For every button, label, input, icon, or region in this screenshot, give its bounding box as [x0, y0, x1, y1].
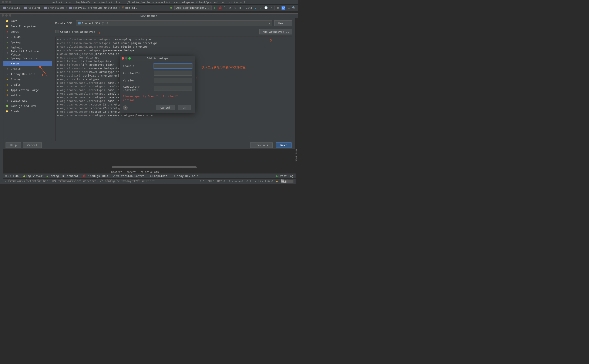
left-gutter: ★ 2: Favorites	[0, 18, 3, 184]
version-field[interactable]	[154, 78, 192, 83]
event-log-button[interactable]: ●Event Log	[276, 174, 293, 177]
run-config-select[interactable]: Add Configuration...	[174, 6, 212, 10]
horizontal-scrollbar[interactable]	[112, 166, 197, 168]
git-commit-icon[interactable]: ✓	[259, 6, 263, 10]
dialog-ok-button[interactable]: OK	[178, 105, 191, 110]
close-icon[interactable]	[122, 57, 124, 59]
tech-icon: ◉	[6, 78, 9, 81]
tool-window-alipay-devtools[interactable]: ✦Alipay DevTools	[171, 174, 199, 177]
groupid-field[interactable]	[154, 63, 192, 68]
tech-icon: ☁	[6, 35, 9, 39]
expand-icon: ▶	[57, 45, 59, 48]
breadcrumb-item[interactable]: tooling	[23, 6, 41, 9]
tech-item-android[interactable]: ▲Android	[3, 45, 52, 50]
profile-icon[interactable]: ◔	[229, 6, 232, 10]
modal-titlebar: New Module	[0, 13, 298, 18]
tool-window-findbugs-idea[interactable]: 🐞FindBugs-IDEA	[82, 174, 108, 177]
tech-item-application-forge[interactable]: ◉Application Forge	[3, 87, 52, 93]
archetype-item[interactable]: ▶com.atlassian.maven.archetypes:bamboo-p…	[56, 38, 292, 41]
help-icon[interactable]: ?	[123, 105, 128, 110]
tech-icon: ✿	[6, 41, 9, 44]
attach-icon[interactable]: ⎋	[234, 6, 237, 10]
create-from-archetype-checkbox[interactable]: ✓	[55, 30, 58, 33]
tech-item-grails[interactable]: ◉Grails	[3, 82, 52, 87]
run-icon[interactable]: ▶	[213, 6, 217, 10]
breadcrumb-item[interactable]: archetypes	[43, 6, 65, 9]
next-button[interactable]: Next	[276, 143, 291, 148]
archetype-item[interactable]: ▶com.atlassian.maven.archetypes:jira-plu…	[56, 45, 292, 48]
maven-file-icon: ⓜ	[122, 6, 124, 10]
new-sdk-button[interactable]: New...	[274, 20, 292, 26]
tool-window-icon: ◉	[150, 174, 152, 177]
archetype-item[interactable]: ▶com.atlassian.maven.archetypes:confluen…	[56, 41, 292, 45]
expand-icon: ▶	[57, 38, 59, 41]
revert-icon[interactable]: ↶	[269, 6, 273, 10]
tool-window-endpoints[interactable]: ◉Endpoints	[150, 174, 167, 177]
tool-window-terminal[interactable]: ▣Terminal	[63, 174, 78, 177]
hammer-icon[interactable]: ⚒	[169, 6, 173, 10]
tool-window--todo[interactable]: ≡6: TODO	[5, 174, 19, 177]
expand-icon: ▶	[57, 99, 59, 103]
minimize-icon[interactable]	[5, 14, 8, 17]
archetype-item[interactable]: ▶org.apache.maven.archetypes:maven-arche…	[56, 114, 292, 117]
git-update-icon[interactable]: ↙	[254, 6, 258, 10]
tech-item-static-web[interactable]: ◉Static Web	[3, 98, 52, 103]
tech-item-intellij-platform-plugin[interactable]: ◆IntelliJ Platform Plugin	[3, 50, 52, 56]
tech-item-spring-initializr[interactable]: ✿Spring Initializr	[3, 56, 52, 61]
archetype-item[interactable]: ▶de.akquinet.jbosscc:jbosscc-seam-ar	[56, 52, 292, 56]
coverage-icon[interactable]: ⛶	[223, 6, 227, 10]
dialog-titlebar: Add Archetype	[120, 56, 195, 61]
tech-item-kotlin[interactable]: KKotlin	[3, 93, 52, 98]
zoom-icon[interactable]	[9, 14, 11, 17]
zoom-icon[interactable]	[9, 1, 11, 3]
add-archetype-button[interactable]: Add Archetype...	[259, 29, 292, 34]
artifactid-field[interactable]	[154, 71, 192, 76]
tech-icon: m	[6, 62, 9, 65]
tool-window--version-control[interactable]: ⎇9: Version Control	[112, 174, 146, 177]
tech-item-java-enterprise[interactable]: 📁Java Enterprise	[3, 24, 52, 29]
stop-icon[interactable]: ■	[239, 6, 242, 10]
minimize-icon[interactable]	[125, 57, 127, 59]
chevron-down-icon: ▾	[269, 22, 270, 25]
archetype-item[interactable]: ▶com.rfc.maven.archetypes:jpa-maven-arch…	[56, 48, 292, 52]
cancel-button[interactable]: Cancel	[23, 143, 42, 148]
outer-window-titlebar: activiti-root [~/IdeaProjects/Activiti] …	[0, 0, 298, 5]
tech-item-clouds[interactable]: ☁Clouds	[3, 34, 52, 39]
translate-icon[interactable]: 文A	[282, 6, 285, 10]
tech-item-jboss[interactable]: ◉JBoss	[3, 29, 52, 34]
previous-button[interactable]: Previous	[250, 143, 273, 148]
tool-window-log-viewer[interactable]: ●Log Viewer	[23, 174, 43, 177]
breadcrumb-item[interactable]: activiti-archetype-unittest	[68, 6, 118, 9]
tech-item-spring[interactable]: ✿Spring	[3, 39, 52, 45]
tech-item-alipay-devtools[interactable]: ✦Alipay DevTools	[3, 72, 52, 77]
tech-icon: ◆	[6, 51, 9, 55]
editor-breadcrumb[interactable]: project › parent › relativePath	[111, 170, 159, 174]
artifactid-label: ArtifactId	[123, 72, 154, 75]
breadcrumb-item[interactable]: ⓜpom.xml	[121, 6, 138, 10]
expand-icon: ▶	[57, 110, 59, 113]
tech-item-maven[interactable]: mMaven	[3, 61, 52, 66]
tech-item-java[interactable]: 📁Java	[3, 18, 52, 24]
module-sdk-select[interactable]: Project SDK (1.8) ▾	[76, 20, 272, 26]
breadcrumb-item[interactable]: Activiti	[2, 6, 21, 9]
search-icon[interactable]: 🔍	[292, 6, 296, 10]
tech-icon: ◉	[6, 83, 9, 86]
zoom-icon[interactable]	[129, 57, 131, 59]
help-button[interactable]: Help	[6, 143, 21, 148]
structure-icon[interactable]: ▦	[276, 6, 280, 10]
expand-icon: ▶	[57, 96, 59, 99]
dialog-cancel-button[interactable]: Cancel	[156, 105, 175, 110]
tech-item-groovy[interactable]: ◉Groovy	[3, 77, 52, 82]
close-icon[interactable]	[2, 1, 4, 3]
repository-field[interactable]	[154, 86, 192, 91]
expand-icon: ▶	[57, 81, 59, 84]
minimize-icon[interactable]	[5, 1, 8, 3]
history-icon[interactable]: 🕐	[264, 6, 268, 10]
close-icon[interactable]	[2, 14, 4, 17]
tool-window-spring[interactable]: ✿Spring	[46, 174, 59, 177]
layout-icon[interactable]: ▭	[287, 6, 291, 10]
tech-item-gradle[interactable]: ◈Gradle	[3, 66, 52, 72]
tech-item-node-js-and-npm[interactable]: ⬢Node.js and NPM	[3, 103, 52, 109]
tech-item-flash[interactable]: 📁Flash	[3, 109, 52, 114]
debug-icon[interactable]: 🐞	[218, 6, 222, 10]
